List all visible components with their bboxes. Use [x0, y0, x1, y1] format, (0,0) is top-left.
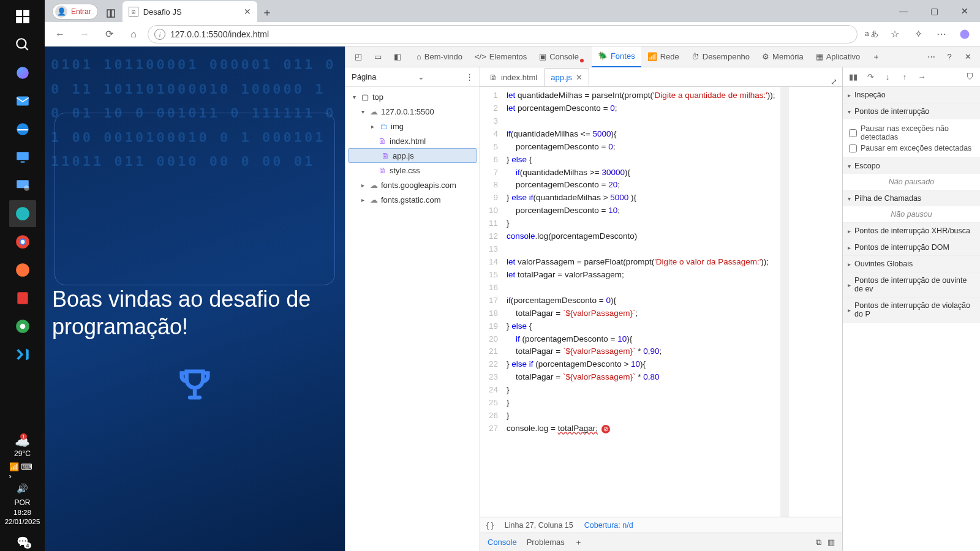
coverage-status[interactable]: Cobertura: n/d — [584, 521, 633, 530]
ie-icon[interactable] — [9, 116, 36, 143]
signin-button[interactable]: 👤 Entrar — [52, 4, 98, 20]
url-input[interactable]: i 127.0.0.1:5500/index.html — [148, 25, 858, 43]
volume-icon[interactable]: 🔊 — [9, 481, 36, 497]
back-button[interactable]: ← — [50, 24, 70, 45]
tree-item-appjs[interactable]: 🗎app.js — [348, 148, 477, 163]
step-out-icon[interactable]: ↑ — [898, 70, 911, 84]
svg-point-17 — [20, 240, 24, 244]
firefox-icon[interactable] — [9, 257, 36, 283]
menu-icon[interactable]: ⋯ — [931, 24, 952, 45]
svg-rect-3 — [23, 17, 29, 23]
svg-point-24 — [960, 29, 970, 39]
filetab-index[interactable]: 🗎index.html — [483, 68, 544, 86]
clock[interactable]: 18:28 22/01/2025 — [5, 508, 40, 527]
pause-caught-checkbox[interactable]: Pausar em exceções detectadas — [849, 143, 974, 154]
copilot-browser-icon[interactable] — [954, 24, 975, 45]
workspaces-button[interactable] — [102, 5, 120, 22]
devtools-close-icon[interactable]: ✕ — [959, 48, 976, 66]
refresh-button[interactable]: ⟳ — [99, 24, 119, 45]
page-viewport: 0101 101100001 000001 011 0 0 11 1011010… — [45, 47, 345, 551]
scrollbar[interactable] — [780, 87, 789, 517]
maximize-button[interactable]: ▢ — [919, 0, 949, 22]
translate-icon[interactable]: a あ — [861, 24, 882, 45]
file-tree[interactable]: ▾▢top ▾☁127.0.0.1:5500 ▸🗀img 🗎index.html… — [345, 87, 480, 209]
tab-console[interactable]: ▣Console — [533, 47, 592, 67]
pdf-icon[interactable] — [9, 285, 36, 312]
new-tab-button[interactable]: ＋ — [257, 2, 277, 22]
editor-statusbar: { } Linha 27, Coluna 15 Cobertura: n/d — [480, 517, 842, 533]
step-over-icon[interactable]: ↷ — [864, 70, 877, 84]
drawer-problems[interactable]: Problemas — [527, 538, 565, 547]
tab-elements[interactable]: </>Elementos — [469, 47, 533, 67]
tab-welcome[interactable]: ⌂Bem-vindo — [410, 47, 469, 67]
drawer-expand-icon[interactable]: ▥ — [827, 538, 835, 547]
code-area[interactable]: 1234567891011121314151617181920212223242… — [480, 87, 842, 517]
drawer-console[interactable]: Console — [488, 538, 517, 547]
time-label: 18:28 — [5, 508, 40, 517]
devtools-panel: ◰ ▭ ◧ ⌂Bem-vindo </>Elementos ▣Console 🪲… — [345, 47, 980, 551]
app-icon[interactable] — [9, 172, 36, 199]
chrome-dev-icon[interactable] — [9, 313, 36, 340]
devtools-more-icon[interactable]: ⋯ — [922, 48, 940, 66]
close-window-button[interactable]: ✕ — [949, 0, 980, 22]
monitor-icon[interactable] — [9, 144, 36, 171]
favorite-icon[interactable]: ☆ — [884, 24, 905, 45]
close-file-icon[interactable]: ✕ — [576, 73, 582, 82]
weather-badge: 1 — [20, 433, 27, 440]
browser-tab[interactable]: 🗎 Desafio JS ✕ — [123, 1, 257, 22]
pause-button[interactable]: ▮▮ — [846, 70, 860, 84]
tab-strip: 👤 Entrar 🗎 Desafio JS ✕ ＋ ― ▢ ✕ — [45, 0, 980, 22]
weather-widget[interactable]: ☁️1 29°C — [14, 435, 31, 458]
temperature-label: 29°C — [14, 449, 31, 458]
navigator-more-icon[interactable]: ⋮ — [466, 72, 473, 81]
inspect-element-icon[interactable]: ◰ — [349, 52, 368, 61]
tab-more[interactable]: ＋ — [866, 47, 886, 67]
tab-network[interactable]: 📶Rede — [641, 47, 685, 67]
filetab-app[interactable]: app.js✕ — [544, 68, 589, 86]
vscode-icon[interactable] — [9, 341, 36, 368]
debugger-pane: ▮▮ ↷ ↓ ↑ → ⛉ ▸Inspeção ▾Pontos de interr… — [842, 67, 980, 551]
expand-editor-icon[interactable]: ⤢ — [826, 77, 842, 86]
site-info-icon[interactable]: i — [154, 29, 165, 40]
tab-application[interactable]: ▦Aplicativo — [810, 47, 867, 67]
start-button[interactable] — [9, 3, 36, 30]
drawer-add-icon[interactable]: ＋ — [575, 537, 582, 548]
svg-point-21 — [20, 324, 25, 329]
collections-icon[interactable]: ✧ — [908, 24, 929, 45]
minimize-button[interactable]: ― — [888, 0, 919, 22]
copilot-icon[interactable] — [9, 59, 36, 86]
cursor-position: Linha 27, Coluna 15 — [505, 521, 573, 530]
browser-window: 👤 Entrar 🗎 Desafio JS ✕ ＋ ― ▢ ✕ ← → ⟳ ⌂ … — [45, 0, 980, 551]
step-icon[interactable]: → — [915, 70, 929, 84]
device-toolbar-icon[interactable]: ▭ — [369, 52, 387, 61]
edge-icon[interactable] — [9, 200, 36, 227]
deactivate-bp-icon[interactable]: ⛉ — [963, 70, 976, 84]
search-icon[interactable] — [9, 31, 36, 58]
drawer-dock-icon[interactable]: ⧉ — [816, 538, 821, 547]
chevron-down-icon[interactable]: ⌄ — [418, 72, 424, 81]
pause-uncaught-checkbox[interactable]: Pausar nas exceções não detectadas — [849, 123, 974, 143]
svg-point-6 — [17, 67, 29, 79]
mail-icon[interactable] — [9, 88, 36, 114]
close-tab-icon[interactable]: ✕ — [244, 7, 251, 17]
home-button[interactable]: ⌂ — [123, 24, 144, 45]
date-label: 22/01/2025 — [5, 517, 40, 527]
signin-label: Entrar — [71, 7, 91, 16]
step-into-icon[interactable]: ↓ — [881, 70, 894, 84]
braces-icon[interactable]: { } — [486, 521, 494, 530]
devtools-help-icon[interactable]: ? — [941, 48, 958, 66]
tab-performance[interactable]: ⏱Desempenho — [685, 47, 756, 67]
tab-sources[interactable]: 🪲Fontes — [592, 47, 641, 67]
error-dot-icon — [580, 59, 584, 62]
chrome-icon[interactable] — [9, 228, 36, 255]
svg-point-4 — [17, 39, 26, 48]
svg-rect-0 — [16, 10, 22, 16]
trophy-icon — [175, 365, 214, 407]
notifications-icon[interactable]: 💬4 — [9, 532, 36, 550]
page-card — [55, 113, 335, 285]
tray-icons[interactable]: 📶 ⌨ › — [9, 463, 36, 479]
dock-icon[interactable]: ◧ — [388, 52, 407, 61]
tab-memory[interactable]: ⚙Memória — [756, 47, 810, 67]
url-text: 127.0.0.1:5500/index.html — [170, 29, 269, 39]
language-label[interactable]: POR — [14, 498, 30, 507]
